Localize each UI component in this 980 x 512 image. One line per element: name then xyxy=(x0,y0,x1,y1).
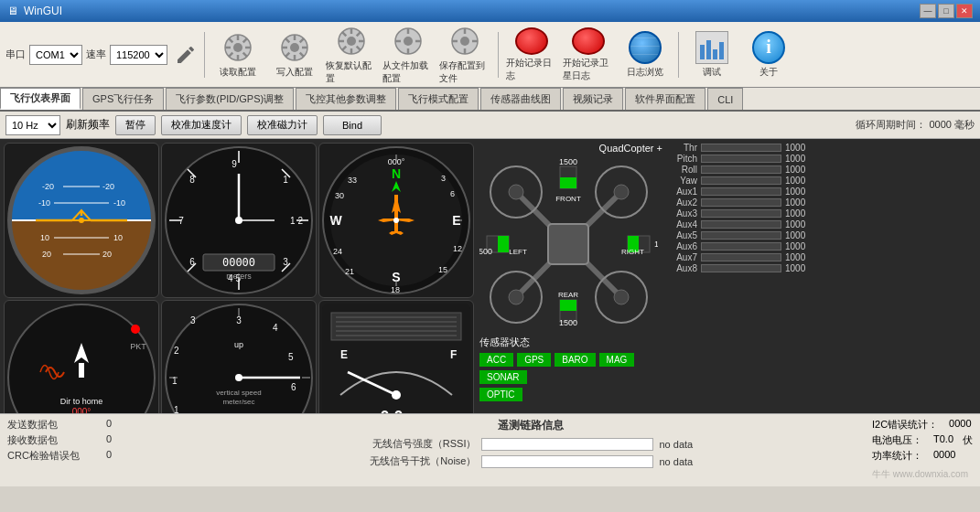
rc-value: 1000 xyxy=(785,154,814,164)
rssi-bar xyxy=(481,438,653,451)
about-button[interactable]: i 关于 xyxy=(743,27,794,82)
crc-row: CRC检验错误包 0 xyxy=(7,449,190,463)
start-log-button[interactable]: 开始记录日志 xyxy=(506,27,557,82)
rc-channel-list: Thr 1000 Pitch 1000 Roll 1000 Yaw 1000 A… xyxy=(668,143,814,274)
svg-text:1500: 1500 xyxy=(479,247,492,256)
svg-text:9: 9 xyxy=(232,159,237,169)
tab-ui-config[interactable]: 软件界面配置 xyxy=(625,88,705,110)
write-config-icon xyxy=(278,31,311,64)
svg-text:-10: -10 xyxy=(38,198,50,208)
restore-config-label: 恢复默认配置 xyxy=(326,59,377,85)
vertical-speed: 3 4 5 6 6 5 3 2 1 1 2 3 up down vertical… xyxy=(161,300,317,413)
tab-flight-mode[interactable]: 飞行模式配置 xyxy=(398,88,479,110)
tab-sensor-curve[interactable]: 传感器曲线图 xyxy=(480,88,561,110)
svg-text:1500: 1500 xyxy=(559,157,577,166)
freq-select[interactable]: 10 Hz xyxy=(5,115,60,135)
compass: 000° N S W E 3 6 12 15 33 30 24 21 18 xyxy=(318,143,474,298)
load-file-config-button[interactable]: 从文件加载配置 xyxy=(382,27,434,82)
svg-text:3: 3 xyxy=(236,315,242,325)
svg-point-139 xyxy=(614,185,629,199)
rssi-row: 无线信号强度（RSSI） no data xyxy=(348,437,714,451)
sensor-acc-button[interactable]: ACC xyxy=(479,353,513,367)
noise-row: 无线信号干扰（Noise） no data xyxy=(348,454,714,468)
rc-bar-bg xyxy=(701,165,781,174)
cycle-info: 循环周期时间： 0000 毫秒 xyxy=(856,118,975,132)
tab-gps[interactable]: GPS飞行任务 xyxy=(82,88,164,110)
sensor-mag-button[interactable]: MAG xyxy=(599,353,635,367)
restore-config-icon xyxy=(335,25,368,58)
rc-value: 1000 xyxy=(785,230,814,240)
port-select[interactable]: COM1 xyxy=(29,45,82,65)
rc-bar-bg xyxy=(701,144,781,152)
svg-text:up: up xyxy=(234,340,243,349)
svg-text:4: 4 xyxy=(273,323,278,333)
status-bar: 发送数据包 0 接收数据包 0 CRC检验错误包 0 遥测链路信息 无线信号强度… xyxy=(0,413,980,486)
svg-text:-10: -10 xyxy=(113,198,125,208)
log-view-button[interactable]: 日志浏览 xyxy=(619,27,671,82)
start-sat-log-button[interactable]: 开始记录卫星日志 xyxy=(563,27,614,82)
i2c-value: 0000 xyxy=(949,418,971,432)
svg-text:Dir to home: Dir to home xyxy=(60,397,103,406)
rc-label: Aux4 xyxy=(668,219,697,229)
tab-instruments[interactable]: 飞行仪表界面 xyxy=(0,88,81,110)
rc-label: Thr xyxy=(668,143,697,153)
cycle-unit: 毫秒 xyxy=(954,119,975,130)
calib-acc-button[interactable]: 校准加速度计 xyxy=(161,115,242,135)
save-file-config-button[interactable]: 保存配置到文件 xyxy=(439,27,490,82)
maximize-button[interactable]: □ xyxy=(938,4,954,18)
svg-text:-20: -20 xyxy=(42,182,54,191)
rc-value: 1000 xyxy=(785,252,814,262)
svg-text:20: 20 xyxy=(102,250,112,259)
title-bar: 🖥 WinGUI — □ ✕ xyxy=(0,0,980,22)
svg-text:6: 6 xyxy=(189,257,195,267)
svg-text:7: 7 xyxy=(178,216,184,226)
voltage-value: T0.0 xyxy=(933,433,953,447)
rx-row: 接收数据包 0 xyxy=(7,433,190,447)
fuel-gauge: E F 0.0v 3s xyxy=(318,300,474,413)
restore-config-button[interactable]: 恢复默认配置 xyxy=(326,27,377,82)
sensor-baro-button[interactable]: BARO xyxy=(555,353,595,367)
svg-point-55 xyxy=(235,217,242,224)
rc-value: 1000 xyxy=(785,165,814,175)
sensor-sonar-button[interactable]: SONAR xyxy=(479,370,527,384)
svg-text:1 2: 1 2 xyxy=(290,216,303,226)
rc-value: 1000 xyxy=(785,219,814,229)
crc-label: CRC检验错误包 xyxy=(7,449,99,463)
load-config-label: 从文件加载配置 xyxy=(382,59,434,85)
tab-pid[interactable]: 飞行参数(PID/GPS)调整 xyxy=(166,88,294,110)
minimize-button[interactable]: — xyxy=(920,4,936,18)
tab-video[interactable]: 视频记录 xyxy=(563,88,623,110)
bind-button[interactable]: Bind xyxy=(323,115,382,135)
calib-mag-button[interactable]: 校准磁力计 xyxy=(247,115,318,135)
close-button[interactable]: ✕ xyxy=(956,4,973,18)
rx-value: 0 xyxy=(106,433,143,447)
rc-channel-row: Aux4 1000 xyxy=(668,219,814,229)
pause-button[interactable]: 暂停 xyxy=(115,115,156,135)
svg-text:20: 20 xyxy=(42,250,51,259)
rc-bar-bg xyxy=(701,242,781,251)
baud-select[interactable]: 115200 xyxy=(110,45,167,65)
sensor-optic-button[interactable]: OPTIC xyxy=(479,388,522,401)
rc-channel-row: Aux2 1000 xyxy=(668,197,814,208)
power-label: 功率统计： xyxy=(872,449,922,463)
svg-point-77 xyxy=(393,218,399,223)
noise-bar xyxy=(481,455,653,468)
read-config-button[interactable]: 读取配置 xyxy=(212,27,264,82)
i2c-row: I2C错误统计： 0000 xyxy=(872,418,973,432)
rc-value: 1000 xyxy=(785,197,814,208)
tab-other-params[interactable]: 飞控其他参数调整 xyxy=(296,88,396,110)
tab-cli[interactable]: CLI xyxy=(707,88,743,110)
svg-text:LEFT: LEFT xyxy=(509,248,527,256)
telemetry-title: 遥测链路信息 xyxy=(498,418,564,433)
svg-text:6: 6 xyxy=(291,382,296,392)
sensor-gps-button[interactable]: GPS xyxy=(517,353,551,367)
write-config-button[interactable]: 写入配置 xyxy=(269,27,320,82)
svg-point-140 xyxy=(509,290,523,304)
rc-label: Aux6 xyxy=(668,241,697,251)
tab-bar: 飞行仪表界面 GPS飞行任务 飞行参数(PID/GPS)调整 飞控其他参数调整 … xyxy=(0,88,980,112)
debug-button[interactable]: 调试 xyxy=(686,27,738,82)
rc-label: Aux8 xyxy=(668,263,697,273)
svg-text:1500: 1500 xyxy=(559,318,577,327)
rc-label: Aux3 xyxy=(668,208,697,219)
rc-label: Aux2 xyxy=(668,197,697,208)
